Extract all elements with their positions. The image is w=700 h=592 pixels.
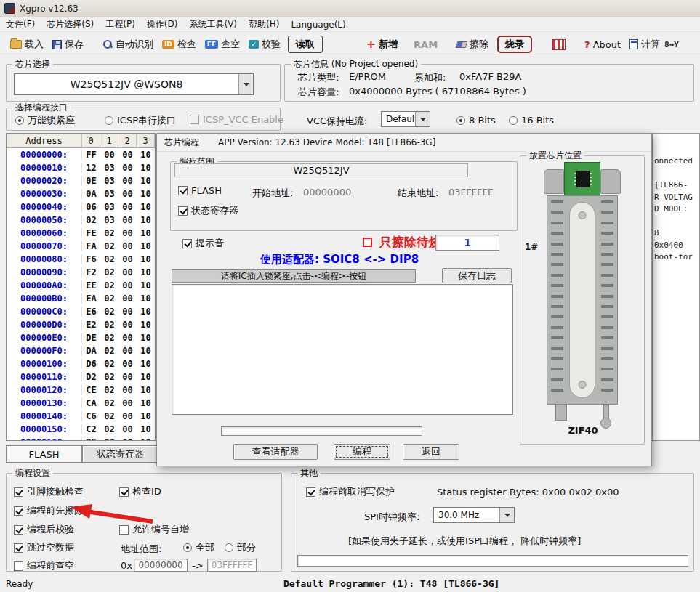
burn-button[interactable]: 烧录 (497, 36, 532, 53)
read-button[interactable]: 读取 (288, 36, 323, 53)
hex-byte: 02 (82, 215, 100, 225)
checkbox-erase-only-part[interactable] (363, 238, 372, 247)
table-row: 00000040: 06 03 00 10 (7, 200, 155, 214)
hex-address: 00000000: (7, 150, 82, 160)
checkbox-check-id[interactable]: 检查ID (119, 485, 161, 498)
tab-flash[interactable]: FLASH (6, 445, 82, 463)
hex-table-body: 00000000: FF 00 00 10 00000010: 12 03 00… (7, 148, 155, 441)
chevron-down-icon[interactable] (415, 112, 430, 126)
menu-item[interactable]: 系统工具(V) (183, 17, 243, 32)
hex-byte: 02 (100, 320, 118, 330)
verify-label: 校验 (262, 38, 281, 51)
save-button[interactable]: 保存 (48, 36, 88, 53)
calculator-button[interactable]: 计算 (625, 36, 664, 53)
tab-status-register[interactable]: 状态寄存器 (82, 445, 158, 463)
hex-byte: DE (82, 333, 100, 343)
radio-icsp[interactable]: ICSP串行接口 (105, 114, 176, 127)
hex-byte: 00 (118, 320, 137, 330)
hex-byte: 02 (100, 293, 118, 304)
checkbox-skip-blank-data[interactable]: 跳过空数据 (14, 541, 74, 554)
checkbox-blank-check-before[interactable]: 编程前查空 (14, 559, 74, 572)
checkbox-icsp-vcc[interactable]: ICSP_VCC Enable (190, 114, 283, 125)
address-from-value: 00000000 (138, 560, 182, 570)
checkbox-label: 引脚接触检查 (27, 485, 84, 498)
annotation-arrow (69, 503, 156, 526)
read-label: 读取 (296, 38, 315, 51)
hex-byte: 00 (100, 150, 118, 160)
plus-icon: + (366, 38, 376, 50)
checkbox-label: 状态寄存器 (191, 204, 238, 217)
status-register-text: Status register Bytes: 0x00 0x02 0x00 (437, 487, 619, 498)
program-button[interactable]: 编程 (334, 444, 390, 460)
radio-address-all[interactable]: 全部 (183, 541, 214, 554)
view-adapter-button[interactable]: 查看适配器 (233, 444, 318, 460)
log-line: 0x0400 (653, 240, 699, 252)
spi-clock-label: SPI时钟频率: (364, 511, 419, 524)
load-button[interactable]: 载入 (6, 36, 48, 53)
chevron-down-icon[interactable] (238, 74, 253, 94)
hex-buffer-table[interactable]: Address 0 1 2 3 00000000: FF 00 00 10 (6, 133, 156, 441)
hex-byte: 02 (100, 267, 118, 277)
checkbox-box (14, 506, 23, 516)
hex-byte: 02 (100, 307, 118, 317)
return-button[interactable]: 返回 (403, 444, 459, 460)
chip-name-box: W25Q512JV (174, 163, 468, 177)
radio-address-partial[interactable]: 部分 (225, 541, 256, 554)
radio-8-bits[interactable]: 8 Bits (456, 115, 496, 126)
eraser-icon (456, 41, 468, 48)
logic-gate-icon[interactable]: 8→Y (664, 40, 679, 49)
about-button[interactable]: ? About (580, 37, 625, 52)
checkbox-label: 提示音 (196, 237, 224, 250)
log-line: 8 (653, 227, 699, 240)
checkbox-beep[interactable]: 提示音 (182, 237, 224, 250)
menu-item[interactable]: 芯片选择(S) (41, 17, 100, 32)
menu-item[interactable]: 文件(F) (0, 17, 41, 32)
add-button[interactable]: + 新增 (362, 36, 402, 53)
checkbox-pin-contact-check[interactable]: 引脚接触检查 (14, 485, 84, 498)
hex-byte: E6 (82, 307, 100, 317)
menu-item[interactable]: 帮助(H) (243, 17, 285, 32)
address-to-field[interactable]: 03FFFFFF (207, 559, 257, 572)
hex-byte: BE (82, 437, 100, 441)
blank-check-button[interactable]: FF 查空 (201, 36, 244, 53)
address-from-field[interactable]: 00000000 (134, 559, 188, 572)
hex-address: 00000030: (7, 189, 82, 199)
checkbox-label: 编程后校验 (27, 523, 74, 536)
ram-button[interactable]: RAM (409, 37, 442, 52)
hex-byte: 00 (118, 241, 137, 251)
start-address-value: 00000000 (303, 187, 351, 198)
vcc-combo[interactable]: Default (381, 111, 430, 127)
checkbox-verify-after-program[interactable]: 编程后校验 (14, 523, 74, 536)
log-line (653, 216, 699, 228)
question-icon: ? (584, 39, 590, 50)
erase-button[interactable]: 擦除 (452, 36, 493, 53)
menu-item[interactable]: Language(L) (285, 18, 351, 31)
hex-byte: 02 (100, 385, 118, 395)
title-bar[interactable]: Xgpro v12.63 (0, 0, 700, 17)
hex-address: 00000130: (7, 398, 82, 408)
chevron-down-icon[interactable] (499, 508, 514, 522)
checkbox-flash-region[interactable]: FLASH (178, 185, 222, 196)
checkbox-remove-write-protect[interactable]: 编程前取消写保护 (306, 485, 395, 498)
program-log-area[interactable] (172, 284, 513, 415)
spi-clock-combo[interactable]: 30.0 MHz (433, 507, 515, 523)
radio-dot (15, 116, 24, 125)
menu-item[interactable]: 操作(D) (141, 17, 184, 32)
verify-button[interactable]: ✓ 校验 (244, 36, 285, 53)
save-log-button[interactable]: 保存日志 (442, 268, 512, 283)
menu-item[interactable]: 工程(P) (100, 17, 141, 32)
ic-test-button[interactable] (548, 37, 570, 52)
hex-byte: 02 (100, 346, 118, 356)
radio-universal-socket[interactable]: 万能锁紧座 (15, 114, 75, 127)
end-address-label: 结束地址: (398, 187, 438, 200)
chip-select-combo[interactable]: W25Q512JV @WSON8 (14, 73, 254, 95)
checkbox-status-register-region[interactable]: 状态寄存器 (178, 204, 238, 217)
auto-detect-button[interactable]: 自动识别 (98, 36, 158, 53)
hex-byte: 10 (137, 398, 155, 408)
save-label: 保存 (65, 38, 84, 51)
pin-column-left (551, 200, 563, 400)
radio-16-bits[interactable]: 16 Bits (509, 115, 554, 126)
hex-byte: 0E (82, 176, 100, 186)
check-id-button[interactable]: ID 检查 (158, 36, 201, 53)
count-field[interactable]: 1 (435, 235, 499, 251)
